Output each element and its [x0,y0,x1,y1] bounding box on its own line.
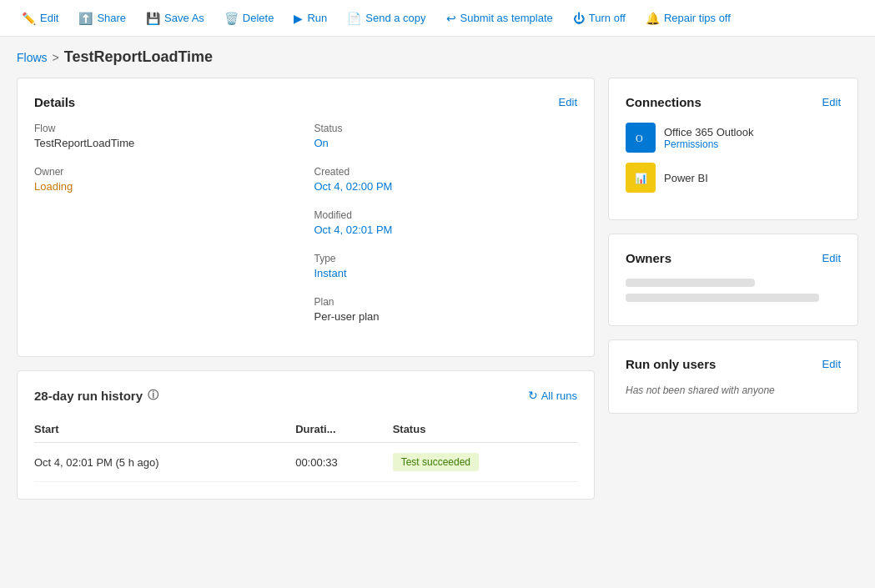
outlook-permissions-link[interactable]: Permissions [664,138,753,150]
created-value: Oct 4, 02:00 PM [314,180,578,193]
details-left: Flow TestReportLoadTime Owner Loading [34,123,298,339]
run-only-title: Run only users [626,357,716,371]
delete-button[interactable]: 🗑️ Delete [216,7,283,30]
svg-text:📊: 📊 [635,172,647,184]
run-start: Oct 4, 02:01 PM (5 h ago) [34,443,295,482]
share-button[interactable]: ⬆️ Share [70,7,134,30]
run-button[interactable]: ▶ Run [285,7,335,30]
toolbar: ✏️ Edit ⬆️ Share 💾 Save As 🗑️ Delete ▶ R… [0,0,875,37]
owners-card-header: Owners Edit [626,251,841,265]
run-history-title: 28-day run history ⓘ [34,388,158,403]
details-card: Details Edit Flow TestReportLoadTime Own… [17,78,595,357]
connections-title: Connections [626,95,702,109]
run-only-edit-link[interactable]: Edit [822,358,841,370]
main-content: Details Edit Flow TestReportLoadTime Own… [0,78,875,516]
send-copy-icon: 📄 [347,12,361,25]
plan-detail: Plan Per-user plan [314,296,578,323]
owner-label: Owner [34,166,298,178]
run-duration: 00:00:33 [295,443,392,482]
outlook-icon: O [626,123,656,153]
details-card-header: Details Edit [34,95,577,109]
connection-outlook: O Office 365 Outlook Permissions [626,123,841,153]
status-badge: Test succeeded [393,453,479,471]
run-status: Test succeeded [393,443,577,482]
owners-skeleton-1 [626,279,755,287]
run-history-title-text: 28-day run history [34,389,143,403]
created-detail: Created Oct 4, 02:00 PM [314,166,578,193]
info-icon[interactable]: ⓘ [148,388,158,403]
type-detail: Type Instant [314,253,578,279]
svg-text:O: O [636,133,643,144]
created-label: Created [314,166,578,178]
connections-edit-link[interactable]: Edit [822,96,841,108]
run-history-header: 28-day run history ⓘ ↻ All runs [34,388,577,403]
outlook-details: Office 365 Outlook Permissions [664,126,753,150]
details-card-title: Details [34,95,75,109]
details-right: Status On Created Oct 4, 02:00 PM Modifi… [314,123,578,339]
refresh-icon: ↻ [528,389,538,402]
flow-label: Flow [34,123,298,134]
outlook-name: Office 365 Outlook [664,126,753,138]
owners-skeleton-2 [626,294,819,302]
status-label: Status [314,123,578,134]
turn-off-button[interactable]: ⏻ Turn off [565,7,634,30]
powerbi-name: Power BI [664,172,708,184]
save-as-button[interactable]: 💾 Save As [138,7,213,30]
owner-value: Loading [34,180,298,193]
start-col-header: Start [34,416,295,443]
breadcrumb-parent-link[interactable]: Flows [17,51,48,64]
run-only-card: Run only users Edit Has not been shared … [608,339,858,414]
status-value: On [314,137,578,149]
owner-detail: Owner Loading [34,166,298,193]
right-column: Connections Edit O Office 365 Outlook Pe… [608,78,858,500]
details-grid: Flow TestReportLoadTime Owner Loading St… [34,123,577,339]
submit-template-button[interactable]: ↩ Submit as template [438,7,561,30]
powerbi-icon: 📊 [626,163,656,193]
left-column: Details Edit Flow TestReportLoadTime Own… [17,78,595,500]
owners-edit-link[interactable]: Edit [822,252,841,264]
connection-powerbi: 📊 Power BI [626,163,841,193]
details-edit-link[interactable]: Edit [559,96,577,108]
plan-value: Per-user plan [314,310,578,323]
breadcrumb-current: TestReportLoadTime [64,48,213,66]
run-only-card-header: Run only users Edit [626,357,841,371]
share-icon: ⬆️ [78,12,93,25]
edit-icon: ✏️ [22,12,36,25]
breadcrumb-separator: > [53,51,59,64]
plan-label: Plan [314,296,578,308]
flow-value: TestReportLoadTime [34,137,298,149]
type-label: Type [314,253,578,264]
owners-card: Owners Edit [608,234,858,326]
modified-label: Modified [314,209,578,221]
powerbi-details: Power BI [664,172,708,184]
table-row[interactable]: Oct 4, 02:01 PM (5 h ago) 00:00:33 Test … [34,443,577,482]
all-runs-label: All runs [541,389,577,402]
repair-tips-icon: 🔔 [646,12,660,25]
owners-title: Owners [626,251,671,265]
repair-tips-button[interactable]: 🔔 Repair tips off [637,7,739,30]
submit-template-icon: ↩ [446,12,456,25]
run-history-card: 28-day run history ⓘ ↻ All runs Start Du… [17,370,595,500]
status-col-header: Status [393,416,577,443]
run-icon: ▶ [294,12,303,25]
save-as-icon: 💾 [146,12,160,25]
breadcrumb: Flows > TestReportLoadTime [0,37,875,78]
flow-detail: Flow TestReportLoadTime [34,123,298,149]
duration-col-header: Durati... [295,416,392,443]
connections-card-header: Connections Edit [626,95,841,109]
modified-value: Oct 4, 02:01 PM [314,224,578,236]
type-value: Instant [314,267,578,279]
modified-detail: Modified Oct 4, 02:01 PM [314,209,578,236]
status-detail: Status On [314,123,578,149]
delete-icon: 🗑️ [224,12,239,25]
turn-off-icon: ⏻ [573,12,585,25]
edit-button[interactable]: ✏️ Edit [13,7,67,30]
connections-card: Connections Edit O Office 365 Outlook Pe… [608,78,858,220]
send-copy-button[interactable]: 📄 Send a copy [339,7,434,30]
run-history-table: Start Durati... Status Oct 4, 02:01 PM (… [34,416,577,482]
no-share-text: Has not been shared with anyone [626,384,841,396]
all-runs-link[interactable]: ↻ All runs [528,389,577,402]
